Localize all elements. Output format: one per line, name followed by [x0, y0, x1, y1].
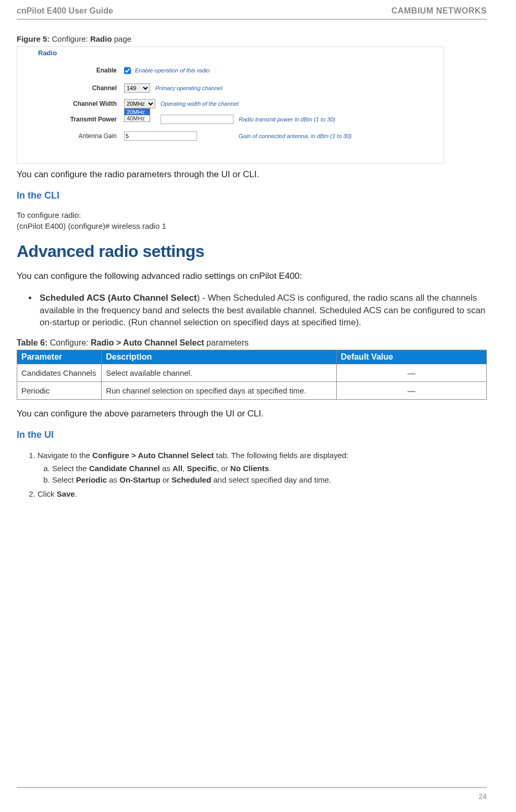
table-row: Periodic Run channel selection on specif…	[17, 382, 487, 400]
th-default: Default Value	[336, 350, 486, 364]
step-1: Navigate to the Configure > Auto Channel…	[38, 450, 487, 486]
ui-heading: In the UI	[17, 429, 487, 440]
tx-power-label: Transmit Power	[17, 116, 124, 123]
tx-power-hint: Radio transmit power in dBm (1 to 30)	[239, 116, 335, 122]
cell-desc-0: Select available channel.	[102, 364, 337, 382]
cell-param-0: Candidates Channels	[17, 364, 102, 382]
channel-width-label: Channel Width	[17, 100, 124, 107]
channel-select[interactable]: 149	[124, 83, 150, 93]
cell-param-1: Periodic	[17, 382, 102, 400]
header-right: CAMBIUM NETWORKS	[391, 6, 487, 16]
advanced-bullets: Scheduled ACS (Auto Channel Select) - Wh…	[38, 292, 487, 329]
cell-default-1: —	[336, 382, 486, 400]
page-number: 24	[478, 792, 487, 801]
cell-default-0: —	[336, 364, 486, 382]
ui-steps: Navigate to the Configure > Auto Channel…	[38, 450, 487, 500]
advanced-heading: Advanced radio settings	[17, 242, 487, 261]
advanced-intro: You can configure the following advanced…	[17, 270, 487, 282]
channel-width-hint: Operating width of the channel	[161, 101, 238, 107]
th-description: Description	[102, 350, 337, 364]
enable-label: Enable	[17, 67, 124, 74]
table6-caption: Table 6: Configure: Radio > Auto Channel…	[17, 338, 487, 348]
cli-heading: In the CLI	[17, 190, 487, 201]
table6-header-row: Parameter Description Default Value	[17, 350, 487, 364]
enable-checkbox[interactable]	[124, 67, 131, 74]
cli-command: (cnPilot E400) (configure)# wireless rad…	[17, 222, 487, 230]
antenna-gain-label: Antenna Gain	[17, 132, 124, 140]
footer-divider	[17, 787, 487, 788]
header-left: cnPilot E400 User Guide	[17, 6, 113, 16]
tx-power-input[interactable]	[161, 115, 234, 124]
step-1b: Select Periodic as On-Startup or Schedul…	[52, 474, 487, 486]
channel-width-select[interactable]: 20MHz	[124, 99, 155, 108]
antenna-gain-input[interactable]	[124, 131, 197, 141]
after-figure-text: You can configure the radio parameters t…	[17, 169, 487, 181]
cli-intro: To configure radio:	[17, 211, 487, 219]
th-parameter: Parameter	[17, 350, 102, 364]
after-table-text: You can configure the above parameters t…	[17, 408, 487, 420]
enable-hint: Enable operation of this radio	[135, 67, 210, 73]
radio-panel-title: Radio	[38, 49, 57, 57]
channel-label: Channel	[17, 84, 124, 92]
radio-config-screenshot: Radio Enable Enable operation of this ra…	[17, 46, 444, 164]
step-2: Click Save.	[38, 488, 487, 500]
cell-desc-1: Run channel selection on specified days …	[102, 382, 337, 400]
table6: Parameter Description Default Value Cand…	[17, 350, 487, 400]
step-1a: Select the Candidate Channel as All, Spe…	[52, 463, 487, 475]
antenna-gain-hint: Gain of connected antenna, in dBm (1 to …	[239, 133, 351, 139]
page-header: cnPilot E400 User Guide CAMBIUM NETWORKS	[17, 6, 487, 20]
bullet-scheduled-acs: Scheduled ACS (Auto Channel Select) - Wh…	[38, 292, 487, 329]
channel-hint: Primary operating channel	[155, 85, 222, 91]
table-row: Candidates Channels Select available cha…	[17, 364, 487, 382]
figure-caption: Figure 5: Configure: Radio page	[17, 34, 487, 43]
